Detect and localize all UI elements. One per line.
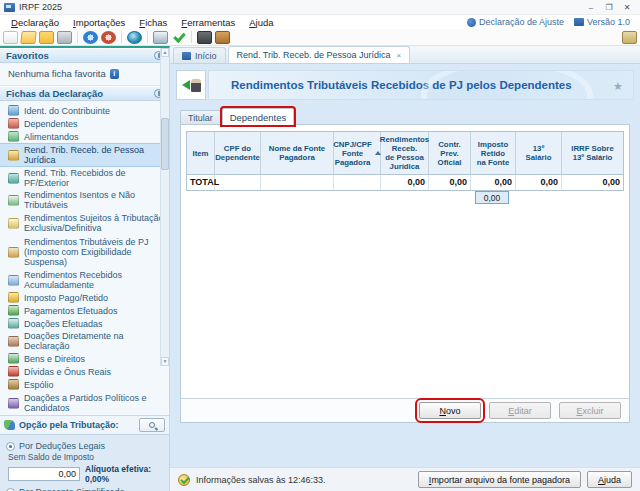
scroll-down-icon[interactable]: ▼ (161, 357, 169, 366)
ajuda-button[interactable]: Ajuda (587, 471, 632, 488)
document-icon (8, 275, 19, 286)
sidebar-item-rend-exclusiva[interactable]: Rendimentos Sujeitos à Tributação Exclus… (0, 211, 169, 235)
verify-icon[interactable] (171, 31, 186, 44)
favorites-header: Favoritos (0, 48, 169, 63)
green-arrow-icon (182, 80, 190, 90)
option-desconto-simplificado[interactable]: Por Desconto Simplificado (6, 487, 163, 491)
col-irrf-13[interactable]: IRRF Sobre 13º Salário (562, 132, 623, 175)
exit-icon[interactable] (622, 31, 637, 44)
income-person-icon (8, 150, 19, 161)
option-deducoes-legais[interactable]: Por Deduções Legais (6, 441, 163, 451)
scrollbar-thumb[interactable] (161, 118, 169, 170)
adjust-declaration-icon (467, 18, 476, 27)
new-declaration-icon[interactable] (3, 31, 18, 44)
version-badge: Versão 1.0 (574, 17, 630, 27)
col-imposto-retido[interactable]: Imposto Retido na Fonte (471, 132, 516, 175)
calculator-icon[interactable] (197, 31, 212, 44)
sidebar-item-alimentandos[interactable]: Alimentandos (0, 130, 169, 143)
sidebar-item-doacoes-declaracao[interactable]: Doações Diretamente na Declaração (0, 330, 169, 352)
col-cnpj-cpf[interactable]: CNPJ/CPF Fonte Pagadora (334, 132, 381, 175)
editar-button: Editar (489, 402, 551, 419)
page-header: Rendimentos Tributáveis Recebidos de PJ … (176, 70, 634, 100)
col-cpf-dependente[interactable]: CPF do Dependente (215, 132, 261, 175)
deducoes-value-input[interactable] (8, 467, 80, 481)
income-suspense-icon (8, 247, 19, 258)
action-row: Novo Editar Excluir (181, 398, 629, 422)
print-icon[interactable] (153, 31, 168, 44)
col-13-salario[interactable]: 13º Salário (516, 132, 562, 175)
debt-arrow-icon (8, 366, 19, 377)
sidebar-item-rend-isentos[interactable]: Rendimentos Isentos e Não Tributáveis (0, 189, 169, 211)
tax-search-button[interactable] (139, 418, 165, 432)
close-button[interactable]: ✕ (618, 1, 636, 13)
sidebar-item-rend-acumuladamente[interactable]: Rendimentos Recebidos Acumuladamente (0, 269, 169, 291)
sections-header: Fichas da Declaração (0, 86, 169, 101)
import-online-icon[interactable] (83, 31, 98, 44)
radio-selected-icon[interactable] (6, 442, 15, 451)
total-empty-cell (334, 175, 381, 190)
importar-arquivo-button[interactable]: Importar arquivo da fonte pagadora (418, 471, 581, 488)
close-tab-icon[interactable]: × (397, 51, 402, 60)
help-book-icon[interactable] (215, 31, 230, 44)
people-icon (8, 118, 19, 129)
total-empty-cell (261, 175, 334, 190)
menu-ajuda[interactable]: Ajuda (242, 17, 280, 28)
favorite-star-icon[interactable]: ★ (613, 80, 625, 92)
content-panel: Item CPF do Dependente Nome da Fonte Pag… (180, 124, 630, 423)
sidebar-item-rend-exigibilidade[interactable]: Rendimentos Tributáveis de PJ (Imposto c… (0, 235, 169, 269)
col-item[interactable]: Item (187, 132, 215, 175)
col-rendimentos[interactable]: Rendimentos Receb. de Pessoa Jurídica (381, 132, 429, 175)
donation-people-icon (8, 336, 19, 347)
document-check-icon (8, 195, 19, 206)
sidebar-item-dependentes[interactable]: Dependentes (0, 117, 169, 130)
subtab-titular[interactable]: Titular (180, 110, 221, 125)
menu-ferramentas[interactable]: Ferramentas (174, 17, 242, 28)
col-nome-fonte[interactable]: Nome da Fonte Pagadora (261, 132, 334, 175)
sidebar-item-ident-contribuinte[interactable]: Ident. do Contribuinte (0, 104, 169, 117)
sidebar-item-dividas-onus[interactable]: Dívidas e Ônus Reais (0, 365, 169, 378)
main-area: Início Rend. Trib. Receb. de Pessoa Jurí… (170, 46, 640, 491)
subtab-dependentes[interactable]: Dependentes (222, 108, 295, 125)
novo-button[interactable]: Novo (419, 402, 481, 419)
menu-importacoes[interactable]: Importações (66, 17, 132, 28)
sidebar-item-rend-trib-pf-exterior[interactable]: Rend. Trib. Recebidos de PF/Exterior (0, 167, 169, 189)
sidebar-item-doacoes-partidos[interactable]: Doações a Partidos Políticos e Candidato… (0, 391, 169, 415)
minimize-button[interactable]: – (582, 1, 600, 13)
saldo-note: Sem Saldo de Imposto (8, 452, 163, 462)
sidebar-item-rend-trib-pj[interactable]: Rend. Trib. Receb. de Pessoa Jurídica (0, 143, 169, 167)
sidebar-item-pagamentos[interactable]: Pagamentos Efetuados (0, 304, 169, 317)
scroll-up-icon[interactable]: ▲ (161, 48, 169, 57)
page-title-bar: Rendimentos Tributáveis Recebidos de PJ … (208, 70, 634, 100)
menu-declaracao[interactable]: Declaração (4, 17, 66, 28)
back-person-icon[interactable] (176, 70, 206, 100)
sidebar-list: Ident. do Contribuinte Dependentes Alime… (0, 101, 169, 415)
col-contr-prev[interactable]: Contr. Prev. Oficial (429, 132, 471, 175)
import-file-icon[interactable] (101, 31, 116, 44)
sidebar-item-doacoes-efetuadas[interactable]: Doações Efetuadas (0, 317, 169, 330)
rendimentos-table: Item CPF do Dependente Nome da Fonte Pag… (186, 131, 624, 191)
tax-option-icon (4, 420, 15, 430)
money-icon (8, 305, 19, 316)
home-icon (182, 52, 191, 60)
total-row: TOTAL 0,00 0,00 0,00 0,00 0,00 (187, 175, 623, 190)
assets-icon (8, 353, 19, 364)
sidebar-item-imposto-pago[interactable]: Imposto Pago/Retido (0, 291, 169, 304)
sidebar-scrollbar[interactable]: ▲ ▼ (160, 48, 169, 366)
folder-icon[interactable] (39, 31, 54, 44)
tab-rend-trib-pj[interactable]: Rend. Trib. Receb. de Pessoa Jurídica × (228, 46, 411, 63)
total-label: TOTAL (187, 175, 215, 190)
maximize-button[interactable]: ❐ (600, 1, 618, 13)
tab-inicio[interactable]: Início (173, 47, 226, 63)
estate-icon (8, 379, 19, 390)
globe-icon[interactable] (127, 31, 142, 44)
party-donation-icon (8, 398, 19, 409)
delete-icon[interactable] (57, 31, 72, 44)
person-figure-icon (191, 79, 201, 92)
menu-fichas[interactable]: Fichas (132, 17, 174, 28)
menu-bar: Declaração Importações Fichas Ferramenta… (0, 15, 640, 29)
open-declaration-icon[interactable] (20, 31, 36, 44)
radio-unselected-icon[interactable] (6, 488, 15, 491)
sidebar-item-bens-direitos[interactable]: Bens e Direitos (0, 352, 169, 365)
total-imposto-retido: 0,00 (471, 175, 516, 190)
sidebar-item-espolio[interactable]: Espólio (0, 378, 169, 391)
